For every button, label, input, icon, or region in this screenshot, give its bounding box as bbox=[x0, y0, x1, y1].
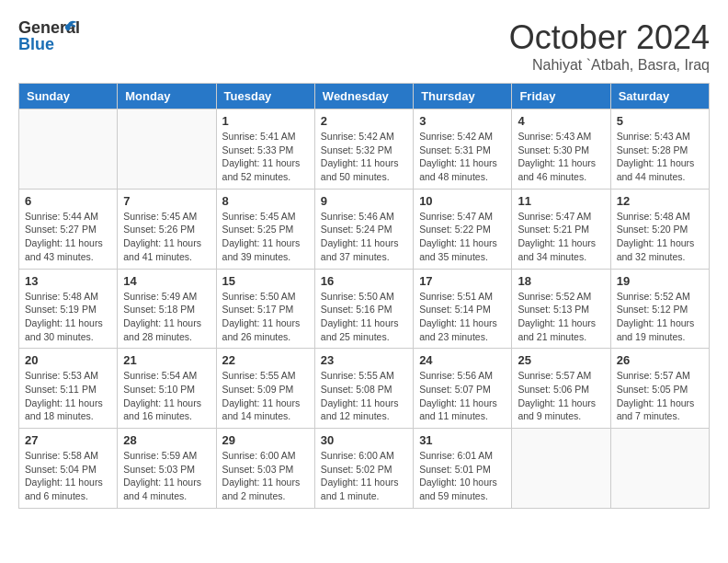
week-row-2: 6Sunrise: 5:44 AMSunset: 5:27 PMDaylight… bbox=[19, 189, 710, 269]
day-info: Sunrise: 5:50 AMSunset: 5:17 PMDaylight:… bbox=[222, 290, 309, 344]
calendar-cell: 15Sunrise: 5:50 AMSunset: 5:17 PMDayligh… bbox=[216, 269, 314, 349]
calendar-cell: 18Sunrise: 5:52 AMSunset: 5:13 PMDayligh… bbox=[512, 269, 610, 349]
calendar-cell: 20Sunrise: 5:53 AMSunset: 5:11 PMDayligh… bbox=[19, 349, 118, 429]
calendar-cell: 31Sunrise: 6:01 AMSunset: 5:01 PMDayligh… bbox=[414, 429, 512, 509]
calendar-cell: 9Sunrise: 5:46 AMSunset: 5:24 PMDaylight… bbox=[314, 189, 413, 269]
column-header-monday: Monday bbox=[118, 84, 216, 109]
calendar-cell bbox=[512, 429, 610, 509]
calendar-cell bbox=[19, 109, 118, 190]
week-row-4: 20Sunrise: 5:53 AMSunset: 5:11 PMDayligh… bbox=[19, 349, 710, 429]
day-number: 24 bbox=[419, 353, 506, 367]
week-row-1: 1Sunrise: 5:41 AMSunset: 5:33 PMDaylight… bbox=[19, 109, 710, 190]
day-info: Sunrise: 5:54 AMSunset: 5:10 PMDaylight:… bbox=[123, 369, 210, 423]
day-info: Sunrise: 5:55 AMSunset: 5:08 PMDaylight:… bbox=[321, 369, 407, 423]
calendar-cell: 22Sunrise: 5:55 AMSunset: 5:09 PMDayligh… bbox=[216, 349, 314, 429]
day-info: Sunrise: 6:00 AMSunset: 5:03 PMDaylight:… bbox=[222, 449, 309, 503]
title-block: October 2024 Nahiyat `Atbah, Basra, Iraq bbox=[509, 18, 710, 74]
calendar-cell: 4Sunrise: 5:43 AMSunset: 5:30 PMDaylight… bbox=[512, 109, 610, 190]
day-info: Sunrise: 6:00 AMSunset: 5:02 PMDaylight:… bbox=[321, 449, 407, 503]
calendar-cell: 13Sunrise: 5:48 AMSunset: 5:19 PMDayligh… bbox=[19, 269, 118, 349]
day-number: 3 bbox=[419, 114, 506, 128]
day-info: Sunrise: 6:01 AMSunset: 5:01 PMDaylight:… bbox=[419, 449, 506, 503]
day-number: 13 bbox=[25, 274, 111, 288]
day-number: 7 bbox=[123, 194, 210, 208]
day-number: 26 bbox=[617, 353, 703, 367]
day-info: Sunrise: 5:58 AMSunset: 5:04 PMDaylight:… bbox=[25, 449, 111, 503]
day-number: 30 bbox=[321, 433, 407, 447]
day-info: Sunrise: 5:48 AMSunset: 5:20 PMDaylight:… bbox=[617, 210, 703, 264]
day-info: Sunrise: 5:43 AMSunset: 5:30 PMDaylight:… bbox=[518, 130, 604, 184]
day-info: Sunrise: 5:52 AMSunset: 5:12 PMDaylight:… bbox=[617, 290, 703, 344]
column-header-tuesday: Tuesday bbox=[216, 84, 314, 109]
day-number: 9 bbox=[321, 194, 407, 208]
day-info: Sunrise: 5:45 AMSunset: 5:25 PMDaylight:… bbox=[222, 210, 309, 264]
calendar-cell: 17Sunrise: 5:51 AMSunset: 5:14 PMDayligh… bbox=[414, 269, 512, 349]
day-number: 11 bbox=[518, 194, 604, 208]
day-info: Sunrise: 5:59 AMSunset: 5:03 PMDaylight:… bbox=[123, 449, 210, 503]
day-info: Sunrise: 5:56 AMSunset: 5:07 PMDaylight:… bbox=[419, 369, 506, 423]
day-info: Sunrise: 5:55 AMSunset: 5:09 PMDaylight:… bbox=[222, 369, 309, 423]
day-number: 25 bbox=[518, 353, 604, 367]
day-info: Sunrise: 5:51 AMSunset: 5:14 PMDaylight:… bbox=[419, 290, 506, 344]
day-number: 28 bbox=[123, 433, 210, 447]
column-header-sunday: Sunday bbox=[19, 84, 118, 109]
calendar-header-row: SundayMondayTuesdayWednesdayThursdayFrid… bbox=[19, 84, 710, 109]
calendar-cell: 19Sunrise: 5:52 AMSunset: 5:12 PMDayligh… bbox=[610, 269, 709, 349]
day-number: 21 bbox=[123, 353, 210, 367]
day-info: Sunrise: 5:42 AMSunset: 5:32 PMDaylight:… bbox=[321, 130, 407, 184]
location-subtitle: Nahiyat `Atbah, Basra, Iraq bbox=[509, 57, 710, 74]
calendar-cell: 1Sunrise: 5:41 AMSunset: 5:33 PMDaylight… bbox=[216, 109, 314, 190]
day-number: 4 bbox=[518, 114, 604, 128]
day-info: Sunrise: 5:57 AMSunset: 5:06 PMDaylight:… bbox=[518, 369, 604, 423]
day-number: 14 bbox=[123, 274, 210, 288]
calendar-cell bbox=[118, 109, 216, 190]
calendar-cell: 29Sunrise: 6:00 AMSunset: 5:03 PMDayligh… bbox=[216, 429, 314, 509]
day-number: 22 bbox=[222, 353, 309, 367]
day-info: Sunrise: 5:47 AMSunset: 5:21 PMDaylight:… bbox=[518, 210, 604, 264]
calendar-cell: 21Sunrise: 5:54 AMSunset: 5:10 PMDayligh… bbox=[118, 349, 216, 429]
day-info: Sunrise: 5:42 AMSunset: 5:31 PMDaylight:… bbox=[419, 130, 506, 184]
calendar-cell: 6Sunrise: 5:44 AMSunset: 5:27 PMDaylight… bbox=[19, 189, 118, 269]
calendar-cell: 8Sunrise: 5:45 AMSunset: 5:25 PMDaylight… bbox=[216, 189, 314, 269]
column-header-friday: Friday bbox=[512, 84, 610, 109]
day-info: Sunrise: 5:46 AMSunset: 5:24 PMDaylight:… bbox=[321, 210, 407, 264]
day-number: 1 bbox=[222, 114, 309, 128]
calendar-cell: 24Sunrise: 5:56 AMSunset: 5:07 PMDayligh… bbox=[414, 349, 512, 429]
day-number: 27 bbox=[25, 433, 111, 447]
day-number: 8 bbox=[222, 194, 309, 208]
calendar-cell: 16Sunrise: 5:50 AMSunset: 5:16 PMDayligh… bbox=[314, 269, 413, 349]
logo-bird-icon bbox=[55, 17, 81, 42]
logo: General Blue bbox=[18, 18, 64, 55]
day-info: Sunrise: 5:52 AMSunset: 5:13 PMDaylight:… bbox=[518, 290, 604, 344]
day-info: Sunrise: 5:44 AMSunset: 5:27 PMDaylight:… bbox=[25, 210, 111, 264]
day-number: 17 bbox=[419, 274, 506, 288]
day-number: 15 bbox=[222, 274, 309, 288]
calendar-cell: 10Sunrise: 5:47 AMSunset: 5:22 PMDayligh… bbox=[414, 189, 512, 269]
day-info: Sunrise: 5:45 AMSunset: 5:26 PMDaylight:… bbox=[123, 210, 210, 264]
day-number: 2 bbox=[321, 114, 407, 128]
page-header: General Blue October 2024 Nahiyat `Atbah… bbox=[18, 18, 710, 74]
day-number: 18 bbox=[518, 274, 604, 288]
calendar-cell: 2Sunrise: 5:42 AMSunset: 5:32 PMDaylight… bbox=[314, 109, 413, 190]
day-number: 5 bbox=[617, 114, 703, 128]
column-header-saturday: Saturday bbox=[610, 84, 709, 109]
calendar-cell: 26Sunrise: 5:57 AMSunset: 5:05 PMDayligh… bbox=[610, 349, 709, 429]
day-number: 29 bbox=[222, 433, 309, 447]
day-number: 12 bbox=[617, 194, 703, 208]
calendar-cell: 12Sunrise: 5:48 AMSunset: 5:20 PMDayligh… bbox=[610, 189, 709, 269]
column-header-wednesday: Wednesday bbox=[314, 84, 413, 109]
week-row-5: 27Sunrise: 5:58 AMSunset: 5:04 PMDayligh… bbox=[19, 429, 710, 509]
calendar-cell: 30Sunrise: 6:00 AMSunset: 5:02 PMDayligh… bbox=[314, 429, 413, 509]
calendar-cell: 14Sunrise: 5:49 AMSunset: 5:18 PMDayligh… bbox=[118, 269, 216, 349]
calendar-cell: 3Sunrise: 5:42 AMSunset: 5:31 PMDaylight… bbox=[414, 109, 512, 190]
day-info: Sunrise: 5:41 AMSunset: 5:33 PMDaylight:… bbox=[222, 130, 309, 184]
calendar-cell: 27Sunrise: 5:58 AMSunset: 5:04 PMDayligh… bbox=[19, 429, 118, 509]
day-number: 16 bbox=[321, 274, 407, 288]
calendar-cell: 5Sunrise: 5:43 AMSunset: 5:28 PMDaylight… bbox=[610, 109, 709, 190]
day-info: Sunrise: 5:43 AMSunset: 5:28 PMDaylight:… bbox=[617, 130, 703, 184]
logo-blue: Blue bbox=[18, 35, 54, 54]
day-number: 20 bbox=[25, 353, 111, 367]
day-info: Sunrise: 5:47 AMSunset: 5:22 PMDaylight:… bbox=[419, 210, 506, 264]
calendar-cell: 25Sunrise: 5:57 AMSunset: 5:06 PMDayligh… bbox=[512, 349, 610, 429]
day-number: 31 bbox=[419, 433, 506, 447]
